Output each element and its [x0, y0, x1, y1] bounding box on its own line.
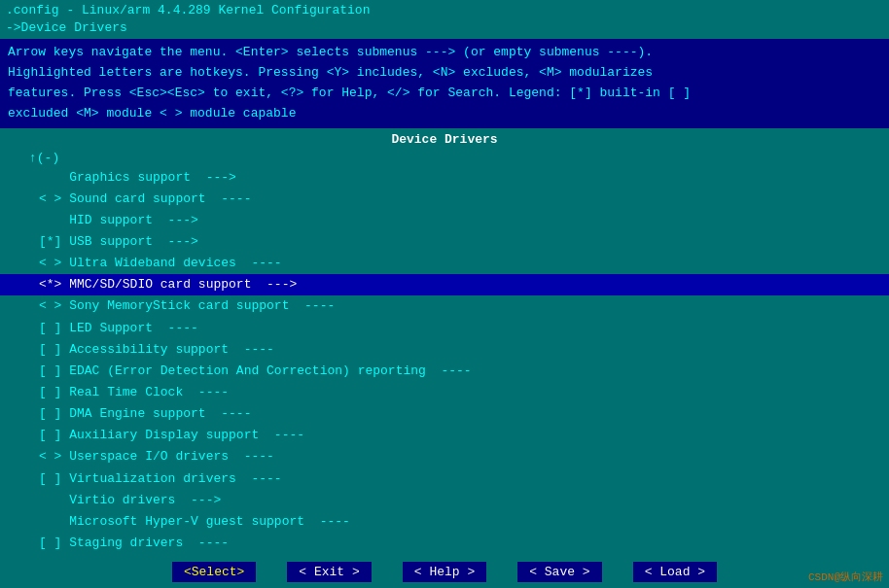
- menu-item-8[interactable]: [ ] Accessibility support ----: [0, 339, 889, 361]
- menu-item-1[interactable]: < > Sound card support ----: [0, 189, 889, 210]
- help-line3: features. Press <Esc><Esc> to exit, <?> …: [8, 84, 881, 104]
- main-content: Device Drivers ↑(-) Graphics support ---…: [0, 128, 889, 556]
- title-bar: .config - Linux/arm 4.4.289 Kernel Confi…: [0, 0, 889, 39]
- help-line4: excluded <M> module < > module capable: [8, 104, 881, 124]
- watermark: CSDN@纵向深耕: [808, 570, 883, 584]
- help-line2: Highlighted letters are hotkeys. Pressin…: [8, 63, 881, 84]
- footer-btn-2[interactable]: < Help >: [403, 562, 486, 582]
- menu-item-14[interactable]: [ ] Virtualization drivers ----: [0, 468, 889, 490]
- menu-item-5[interactable]: <*> MMC/SD/SDIO card support --->: [0, 274, 889, 295]
- footer-btn-1[interactable]: < Exit >: [287, 562, 371, 582]
- menu-item-15[interactable]: Virtio drivers --->: [0, 490, 889, 511]
- menu-items: Graphics support --->< > Sound card supp…: [0, 167, 889, 556]
- footer-btn-3[interactable]: < Save >: [517, 562, 601, 582]
- footer-btn-4[interactable]: < Load >: [633, 562, 717, 582]
- menu-item-0[interactable]: Graphics support --->: [0, 167, 889, 189]
- help-line1: Arrow keys navigate the menu. <Enter> se…: [8, 43, 881, 63]
- menu-item-17[interactable]: [ ] Staging drivers ----: [0, 533, 889, 554]
- menu-item-9[interactable]: [ ] EDAC (Error Detection And Correction…: [0, 361, 889, 382]
- menu-item-4[interactable]: < > Ultra Wideband devices ----: [0, 253, 889, 274]
- footer-btn-0[interactable]: <Select>: [172, 562, 256, 582]
- title-line2: ->Device Drivers: [6, 19, 883, 37]
- menu-item-2[interactable]: HID support --->: [0, 210, 889, 231]
- menu-item-12[interactable]: [ ] Auxiliary Display support ----: [0, 425, 889, 446]
- menu-item-7[interactable]: [ ] LED Support ----: [0, 318, 889, 339]
- menu-title: Device Drivers: [0, 132, 889, 147]
- footer: <Select>< Exit >< Help >< Save >< Load >: [0, 556, 889, 588]
- menu-item-10[interactable]: [ ] Real Time Clock ----: [0, 382, 889, 403]
- title-line1: .config - Linux/arm 4.4.289 Kernel Confi…: [6, 2, 883, 19]
- menu-item-3[interactable]: [*] USB support --->: [0, 231, 889, 253]
- menu-item-11[interactable]: [ ] DMA Engine support ----: [0, 403, 889, 425]
- menu-item-16[interactable]: Microsoft Hyper-V guest support ----: [0, 511, 889, 533]
- help-text: Arrow keys navigate the menu. <Enter> se…: [0, 39, 889, 127]
- menu-item-6[interactable]: < > Sony MemoryStick card support ----: [0, 295, 889, 317]
- menu-border-top: ↑(-): [0, 151, 889, 165]
- menu-item-13[interactable]: < > Userspace I/O drivers ----: [0, 446, 889, 467]
